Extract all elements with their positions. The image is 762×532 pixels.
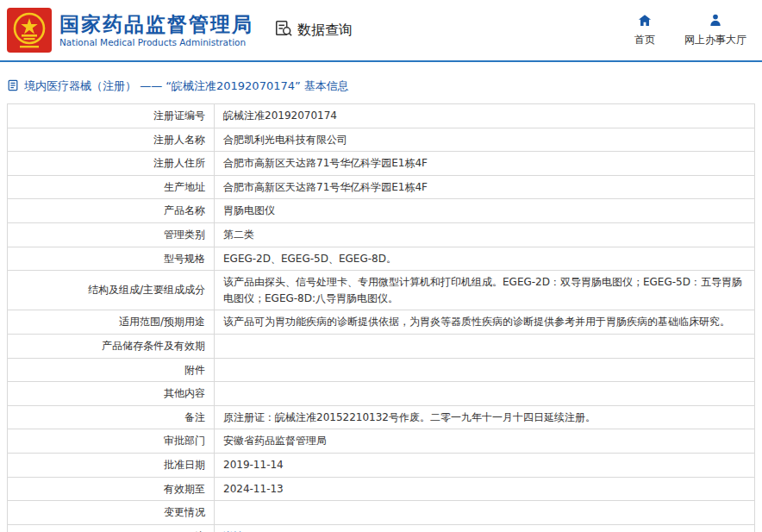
nmpa-emblem-logo: [7, 8, 52, 53]
row-label-text: 注册人名称: [153, 134, 205, 146]
row-label-text: 注册证编号: [153, 110, 205, 122]
nav-home-label: 首页: [634, 33, 655, 47]
data-query-label: 数据查询: [297, 22, 353, 40]
row-label: 附件: [8, 358, 215, 382]
row-value: EGEG-2D、EGEG-5D、EGEG-8D。: [215, 247, 755, 271]
row-label: 有效期至: [8, 477, 215, 501]
row-label-text: 注册人住所: [153, 157, 205, 169]
row-label: 产品名称: [8, 199, 215, 223]
row-label: 型号规格: [8, 247, 215, 271]
row-label-text: 产品名称: [164, 204, 205, 216]
row-label: 批准日期: [8, 453, 215, 477]
row-value: 2024-11-13: [215, 477, 755, 501]
table-row: 附件: [8, 358, 755, 382]
nav-home[interactable]: 首页: [634, 13, 655, 47]
breadcrumb-text: 境内医疗器械（注册） —— “皖械注准20192070174” 基本信息: [24, 78, 349, 94]
data-query-tab[interactable]: 数据查询: [274, 19, 353, 41]
table-row: 审批部门安徽省药品监督管理局: [8, 429, 755, 454]
row-value: [215, 382, 755, 406]
table-row: 生产地址合肥市高新区天达路71号华亿科学园E1栋4F: [8, 175, 755, 199]
row-value: 详情: [215, 524, 755, 532]
row-label-text: 批准日期: [164, 459, 205, 471]
table-row: 变更情况: [8, 501, 755, 525]
row-label: 产品储存条件及有效期: [8, 334, 215, 358]
row-label: 注册证编号: [8, 104, 215, 128]
table-row: 产品名称胃肠电图仪: [8, 199, 755, 223]
table-row: 注册人名称合肥凯利光电科技有限公司: [8, 128, 755, 152]
row-label-text: 生产地址: [164, 181, 205, 193]
row-value: 该产品可为胃功能疾病的诊断提供依据，为胃炎等器质性疾病的诊断提供参考并用于胃肠疾…: [215, 310, 755, 335]
table-row: 有效期至2024-11-13: [8, 477, 755, 501]
row-label-text: 管理类别: [164, 228, 205, 241]
table-row: 注详情: [8, 524, 755, 532]
row-label: 备注: [8, 405, 215, 429]
person-icon: [707, 13, 724, 30]
row-value: 安徽省药品监督管理局: [215, 429, 755, 454]
home-icon: [636, 13, 653, 30]
data-query-icon: [274, 19, 293, 41]
info-table-body: 注册证编号皖械注准20192070174注册人名称合肥凯利光电科技有限公司注册人…: [8, 104, 755, 532]
row-value: 皖械注准20192070174: [215, 104, 755, 128]
row-label-text: 变更情况: [164, 506, 205, 518]
row-label-text: 适用范围/预期用途: [119, 316, 205, 328]
table-row: 注册人住所合肥市高新区天达路71号华亿科学园E1栋4F: [8, 152, 755, 176]
row-value: 合肥市高新区天达路71号华亿科学园E1栋4F: [215, 152, 755, 176]
site-subtitle: National Medical Products Administration: [59, 37, 253, 47]
row-value: [215, 358, 755, 382]
row-value: 2019-11-14: [215, 453, 755, 477]
table-row: 注册证编号皖械注准20192070174: [8, 104, 755, 128]
row-label-text: 型号规格: [164, 253, 205, 265]
row-label: 结构及组成/主要组成成分: [8, 271, 215, 310]
row-label-text: 有效期至: [164, 483, 205, 495]
title-block: 国家药品监督管理局 National Medical Products Admi…: [59, 13, 253, 47]
row-label-text: 结构及组成/主要组成成分: [88, 284, 205, 296]
row-label-text: 附件: [184, 364, 205, 376]
table-row: 型号规格EGEG-2D、EGEG-5D、EGEG-8D。: [8, 247, 755, 271]
row-label-text: 产品储存条件及有效期: [102, 340, 205, 352]
document-icon: [7, 79, 19, 94]
row-label: 审批部门: [8, 429, 215, 454]
row-label: 其他内容: [8, 382, 215, 406]
row-value: 胃肠电图仪: [215, 199, 755, 223]
row-value: [215, 501, 755, 525]
row-value: 第二类: [215, 222, 755, 247]
row-label: 管理类别: [8, 222, 215, 247]
row-label: 注: [8, 524, 215, 532]
row-value: [215, 334, 755, 358]
site-header: 国家药品监督管理局 National Medical Products Admi…: [0, 0, 762, 60]
table-row: 适用范围/预期用途该产品可为胃功能疾病的诊断提供依据，为胃炎等器质性疾病的诊断提…: [8, 310, 755, 335]
table-row: 结构及组成/主要组成成分该产品由探头、信号处理卡、专用微型计算机和打印机组成。E…: [8, 271, 755, 310]
row-label: 生产地址: [8, 175, 215, 199]
table-row: 备注原注册证：皖械注准20152210132号作废。二零一九年十一月十四日延续注…: [8, 405, 755, 429]
row-label: 注册人住所: [8, 152, 215, 176]
header-nav: 首页 网上办事大厅: [634, 13, 746, 47]
row-label-text: 审批部门: [164, 435, 205, 447]
table-row: 批准日期2019-11-14: [8, 453, 755, 477]
row-value: 合肥市高新区天达路71号华亿科学园E1栋4F: [215, 175, 755, 199]
breadcrumb: 境内医疗器械（注册） —— “皖械注准20192070174” 基本信息: [0, 62, 762, 103]
registration-info-table: 注册证编号皖械注准20192070174注册人名称合肥凯利光电科技有限公司注册人…: [7, 103, 755, 532]
row-value: 合肥凯利光电科技有限公司: [215, 128, 755, 152]
row-value: 该产品由探头、信号处理卡、专用微型计算机和打印机组成。EGEG-2D：双导胃肠电…: [215, 271, 755, 310]
row-label: 适用范围/预期用途: [8, 310, 215, 335]
nav-hall-label: 网上办事大厅: [684, 33, 746, 47]
table-row: 其他内容: [8, 382, 755, 406]
logo-block: 国家药品监督管理局 National Medical Products Admi…: [7, 8, 253, 53]
row-label: 注册人名称: [8, 128, 215, 152]
row-value: 原注册证：皖械注准20152210132号作废。二零一九年十一月十四日延续注册。: [215, 405, 755, 429]
row-label-text: 其他内容: [164, 387, 205, 399]
row-label-text: 备注: [184, 411, 205, 423]
table-row: 产品储存条件及有效期: [8, 334, 755, 358]
nav-service-hall[interactable]: 网上办事大厅: [684, 13, 746, 47]
row-label: 变更情况: [8, 501, 215, 525]
site-title: 国家药品监督管理局: [59, 13, 253, 35]
table-row: 管理类别第二类: [8, 222, 755, 247]
